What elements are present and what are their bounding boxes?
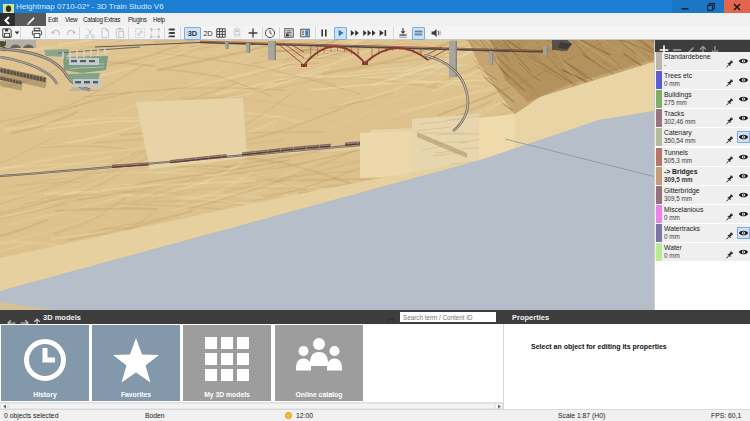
layer-visibility-button[interactable] [737,227,750,239]
fastest-forward-button[interactable] [362,27,377,39]
card-favorites[interactable]: Favorites [92,325,180,401]
layer-visibility-button[interactable] [738,209,749,219]
layer-up-button[interactable] [698,41,708,51]
horizontal-scrollbar[interactable] [0,402,503,409]
page-icon [99,27,111,39]
layer-visibility-button[interactable] [738,56,749,66]
layer-row[interactable]: Watertracks0 mm [655,224,750,242]
toolbar-separator [393,27,394,39]
copy-button[interactable] [99,27,111,39]
card-my-3d-models[interactable]: My 3D models [183,325,271,401]
layer-down-button[interactable] [710,41,720,51]
save-dropdown-button[interactable] [13,27,20,39]
layer-visibility-button[interactable] [738,247,749,257]
layer-pin-button[interactable] [725,132,735,142]
layer-height: 275 mm [664,99,687,106]
remove-layer-button[interactable] [672,41,682,51]
time-button[interactable] [264,27,276,39]
print-button[interactable] [31,27,43,39]
layer-row[interactable]: Standardebene- [655,52,750,70]
layer-visibility-button[interactable] [738,75,749,85]
grid-view-button[interactable] [215,27,227,39]
object-panel-button[interactable] [299,27,311,39]
layer-list-button[interactable] [166,27,178,39]
layer-height: 350,54 mm [664,137,696,144]
skip-end-button[interactable] [377,27,389,39]
layer-height: 505,3 mm [664,157,692,164]
layer-pin-button[interactable] [725,56,735,66]
undo-button[interactable] [50,27,62,39]
layer-pin-button[interactable] [725,190,735,200]
cut-button[interactable] [84,27,96,39]
layer-pin-button[interactable] [725,94,735,104]
layer-pin-button[interactable] [725,228,735,238]
layer-row[interactable]: Tracks302,46 mm [655,109,750,127]
layer-color-swatch [656,186,662,204]
layer-row[interactable]: Catenary350,54 mm [655,128,750,146]
layer-visibility-button[interactable] [738,190,749,200]
save-button[interactable] [1,27,13,39]
layer-row[interactable]: Buildings275 mm [655,90,750,108]
selection-move-icon [134,27,146,39]
layer-pin-button[interactable] [725,247,735,257]
layer-pin-button[interactable] [725,152,735,162]
layer-row[interactable]: Tunnels505,3 mm [655,148,750,166]
viewport-3d[interactable] [0,40,750,310]
sound-button[interactable] [430,27,443,39]
add-view-button[interactable] [247,27,259,39]
layer-visibility-button[interactable] [737,131,750,143]
triangle-right-icon [497,404,502,409]
menu-edit[interactable]: Edit [48,13,58,26]
layer-visibility-button[interactable] [738,94,749,104]
menu-plugins[interactable]: Plugins [128,13,147,26]
layer-pin-button[interactable] [725,171,735,181]
layer-row[interactable]: Water0 mm [655,243,750,261]
back-button[interactable] [0,13,15,26]
layer-name: Watertracks [664,225,700,232]
close-button[interactable] [724,0,750,13]
star-icon [111,337,161,383]
menu-view[interactable]: View [65,13,77,26]
pause-button[interactable] [318,27,330,39]
track-align-button[interactable] [412,27,425,40]
minimize-button[interactable] [672,0,698,13]
layers-panel: Standardebene-Trees etc0 mmBuildings275 … [654,40,750,310]
menu-help[interactable]: Help [153,13,165,26]
fast-forward-button[interactable] [349,27,361,39]
menu-catalog[interactable]: Catalog [83,13,103,26]
transform-scale-button[interactable] [149,27,161,39]
eye-icon [738,153,749,161]
card-online-catalog[interactable]: Online catalog [275,325,363,401]
toolbar-separator [262,27,263,39]
menu-extras[interactable]: Extras [104,13,120,26]
layer-row[interactable]: Trees etc0 mm [655,71,750,89]
edit-mode-button[interactable] [15,13,46,26]
layer-row[interactable]: Miscelanious0 mm [655,205,750,223]
layer-pin-button[interactable] [725,113,735,123]
layer-pin-button[interactable] [725,75,735,85]
edit-layer-button[interactable] [686,41,696,51]
event-manager-button[interactable] [283,27,295,39]
layer-color-swatch [656,52,662,70]
layer-visibility-button[interactable] [738,171,749,181]
card-history[interactable]: History [1,325,89,401]
layer-height: 0 mm [664,80,680,87]
skip-end-icon [377,27,389,39]
layer-visibility-button[interactable] [738,152,749,162]
train-view-button[interactable] [231,27,243,39]
redo-button[interactable] [65,27,77,39]
ground-align-button[interactable] [397,27,409,39]
app-icon [3,1,14,12]
layer-row[interactable]: Gitterbridge309,5 mm [655,186,750,204]
view-3d-button[interactable]: 3D [184,27,201,40]
view-2d-button[interactable]: 2D [202,27,214,39]
transform-move-button[interactable] [134,27,146,39]
layer-row[interactable]: -> Bridges309,5 mm [655,167,750,185]
play-button[interactable] [334,27,347,40]
search-input[interactable] [400,312,496,322]
paste-button[interactable] [114,27,126,39]
add-layer-button[interactable] [659,41,669,51]
layer-pin-button[interactable] [725,209,735,219]
layer-visibility-button[interactable] [738,113,749,123]
maximize-button[interactable] [698,0,724,13]
